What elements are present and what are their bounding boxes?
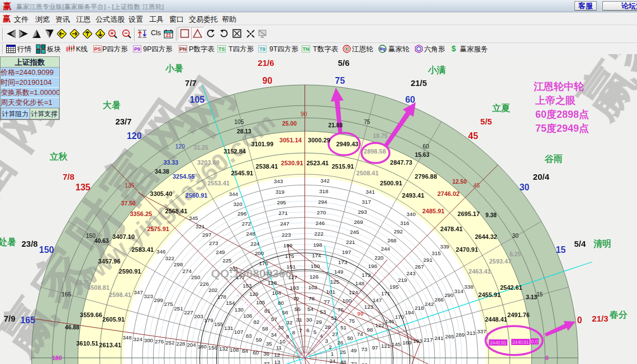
- svg-text:319: 319: [275, 189, 284, 195]
- svg-text:36: 36: [263, 351, 269, 357]
- svg-text:172: 172: [362, 272, 370, 278]
- svg-text:3.13: 3.13: [526, 294, 537, 300]
- svg-text:3305.40: 3305.40: [150, 190, 173, 197]
- svg-text:290: 290: [444, 292, 454, 298]
- svg-text:春分: 春分: [609, 310, 628, 319]
- svg-text:15.63: 15.63: [415, 152, 430, 158]
- svg-text:10: 10: [279, 338, 286, 344]
- svg-text:82: 82: [253, 319, 259, 325]
- svg-text:28.13: 28.13: [237, 128, 251, 135]
- svg-text:2485.91: 2485.91: [422, 208, 445, 214]
- svg-text:174: 174: [312, 252, 321, 258]
- svg-text:103: 103: [290, 285, 300, 291]
- svg-text:293: 293: [358, 209, 367, 215]
- svg-text:2500.91: 2500.91: [380, 180, 402, 186]
- svg-text:316: 316: [400, 220, 410, 226]
- svg-text:31.25: 31.25: [194, 145, 208, 151]
- svg-text:46.88: 46.88: [65, 324, 79, 331]
- svg-text:105: 105: [256, 299, 265, 305]
- svg-text:7/7: 7/7: [185, 78, 197, 88]
- svg-text:298: 298: [174, 261, 183, 267]
- svg-text:5/4: 5/4: [574, 239, 586, 248]
- svg-text:294: 294: [318, 199, 327, 205]
- svg-text:2598.41: 2598.41: [109, 291, 131, 298]
- svg-text:57: 57: [271, 316, 277, 322]
- svg-text:21/5: 21/5: [411, 78, 427, 88]
- svg-text:3457.96: 3457.96: [98, 258, 121, 265]
- svg-text:197: 197: [342, 249, 351, 255]
- svg-text:35: 35: [266, 341, 272, 347]
- svg-text:244: 244: [381, 246, 391, 252]
- svg-text:150: 150: [39, 245, 54, 255]
- svg-text:175: 175: [285, 253, 294, 259]
- svg-text:25: 25: [340, 349, 346, 355]
- svg-text:179: 179: [204, 317, 213, 323]
- svg-text:246: 246: [316, 220, 325, 226]
- svg-text:45: 45: [473, 183, 480, 189]
- svg-text:337: 337: [477, 328, 486, 334]
- svg-text:3101.99: 3101.99: [251, 141, 274, 147]
- svg-text:77: 77: [324, 299, 330, 305]
- svg-text:2847.73: 2847.73: [390, 159, 412, 166]
- svg-text:90: 90: [301, 111, 307, 117]
- svg-text:21/6: 21/6: [258, 58, 274, 68]
- svg-text:97: 97: [372, 344, 378, 351]
- svg-text:小暑: 小暑: [165, 64, 183, 73]
- svg-text:132: 132: [219, 346, 228, 352]
- svg-text:268: 268: [387, 237, 397, 243]
- svg-text:9.38: 9.38: [486, 212, 497, 218]
- svg-text:249: 249: [216, 249, 225, 255]
- svg-text:222: 222: [315, 231, 324, 237]
- svg-text:立夏: 立夏: [492, 103, 510, 113]
- svg-text:193: 193: [413, 338, 422, 344]
- svg-text:120: 120: [175, 143, 185, 150]
- svg-text:处暑: 处暑: [0, 237, 16, 247]
- svg-text:153: 153: [243, 282, 252, 289]
- svg-text:21/3: 21/3: [592, 314, 608, 323]
- svg-text:314: 314: [454, 288, 464, 294]
- svg-text:299: 299: [154, 297, 163, 303]
- svg-text:26: 26: [337, 339, 343, 346]
- svg-text:195: 195: [389, 284, 399, 290]
- svg-text:33.33: 33.33: [164, 159, 178, 166]
- svg-text:3407.10: 3407.10: [112, 233, 135, 240]
- svg-text:7: 7: [299, 327, 302, 333]
- svg-text:198: 198: [313, 242, 322, 248]
- svg-text:348: 348: [122, 334, 132, 341]
- svg-text:105: 105: [234, 119, 244, 125]
- svg-text:156: 156: [208, 344, 218, 351]
- svg-text:0: 0: [577, 315, 582, 325]
- svg-text:5/6: 5/6: [338, 58, 350, 68]
- svg-text:81: 81: [264, 308, 270, 314]
- svg-text:338: 338: [464, 284, 474, 290]
- svg-text:11: 11: [276, 344, 282, 351]
- svg-text:3356.25: 3356.25: [130, 210, 152, 217]
- svg-text:2560.91: 2560.91: [186, 192, 208, 199]
- svg-text:223: 223: [282, 232, 291, 238]
- svg-text:28: 28: [325, 324, 331, 330]
- svg-text:171: 171: [381, 290, 390, 296]
- svg-text:3152.84: 3152.84: [224, 148, 246, 155]
- svg-text:250: 250: [191, 274, 201, 280]
- svg-text:2553.41: 2553.41: [207, 180, 230, 186]
- svg-text:107: 107: [234, 329, 243, 335]
- svg-text:323: 323: [144, 293, 154, 299]
- svg-text:313: 313: [467, 330, 476, 336]
- svg-text:297: 297: [202, 232, 211, 238]
- svg-text:Big: Big: [379, 47, 386, 51]
- svg-text:169: 169: [402, 339, 411, 346]
- svg-text:274: 274: [183, 268, 192, 274]
- svg-text:2593.47: 2593.47: [489, 258, 511, 265]
- svg-text:130: 130: [235, 306, 244, 313]
- svg-text:340: 340: [407, 211, 416, 217]
- svg-text:6.25: 6.25: [510, 251, 521, 257]
- svg-text:2545.91: 2545.91: [231, 170, 253, 176]
- svg-text:271: 271: [279, 210, 288, 216]
- svg-text:196: 196: [368, 263, 378, 269]
- svg-text:2542.61: 2542.61: [500, 284, 522, 291]
- svg-text:清明: 清明: [593, 239, 611, 248]
- svg-text:3000.29: 3000.29: [308, 137, 330, 143]
- svg-text:146: 146: [385, 318, 394, 324]
- svg-text:102: 102: [308, 284, 317, 290]
- svg-text:59: 59: [256, 337, 262, 343]
